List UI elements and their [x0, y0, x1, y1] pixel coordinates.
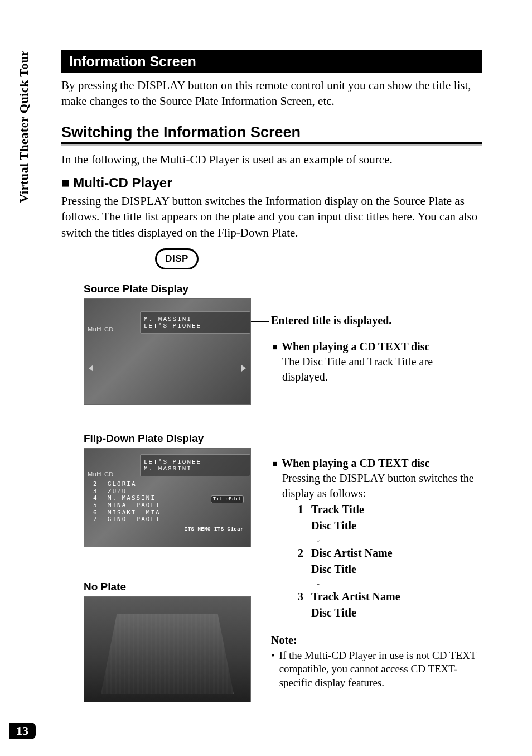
no-plate-screenshot: [84, 596, 251, 702]
cdtext-body: Pressing the DISPLAY button switches the…: [282, 471, 477, 501]
scr-titleedit-badge: TitleEdit: [211, 495, 244, 503]
disp-button-label: DISP: [165, 253, 188, 264]
item-number: 2: [296, 546, 303, 561]
left-arrow-icon: [89, 365, 93, 372]
note-body: If the Multi-CD Player in use is not CD …: [279, 649, 477, 690]
scr-source-label: Multi-CD: [88, 471, 114, 478]
scr-track-list: 2 GLORIA 3 ZUZU 4 M. MASSINI 5 MINA PAOL…: [93, 481, 161, 523]
bullet-dot-icon: •: [271, 649, 275, 690]
scr-line-2: LET'S PIONEE: [144, 322, 250, 329]
item-number: 3: [296, 589, 303, 604]
section-body: In the following, the Multi-CD Player is…: [61, 152, 482, 167]
scr-title-box: M. MASSINI LET'S PIONEE: [140, 311, 250, 334]
page-number: 13: [9, 723, 36, 739]
flip-down-row: LET'S PIONEE M. MASSINI Multi-CD 2 GLORI…: [61, 448, 482, 702]
scr-line-2: M. MASSINI: [144, 465, 250, 472]
item-line-1: Track Title: [311, 502, 364, 517]
scr-title-box: LET'S PIONEE M. MASSINI: [140, 454, 250, 476]
source-plate-row: M. MASSINI LET'S PIONEE Multi-CD Entered…: [61, 298, 482, 405]
page-title-bar: Information Screen: [61, 50, 482, 73]
multicd-body: Pressing the DISPLAY button switches the…: [61, 193, 482, 240]
cdtext-title: When playing a CD TEXT disc: [282, 457, 429, 469]
item-line-2: Disc Title: [311, 605, 356, 620]
cdtext-line: ■ When playing a CD TEXT disc: [271, 456, 477, 471]
list-item: 3 Track Artist Name: [296, 589, 477, 604]
flip-down-screenshot: LET'S PIONEE M. MASSINI Multi-CD 2 GLORI…: [84, 448, 251, 547]
flip-down-label: Flip-Down Plate Display: [84, 432, 482, 445]
page-title: Information Screen: [69, 54, 196, 69]
spacer: [296, 605, 303, 620]
intro-paragraph: By pressing the DISPLAY button on this r…: [61, 78, 482, 109]
scr-its-label: ITS MEMO ITS Clear: [185, 527, 244, 532]
source-plate-cdtext: ■ When playing a CD TEXT disc The Disc T…: [271, 339, 477, 384]
item-line-2: Disc Title: [311, 518, 356, 533]
scr-line-1: LET'S PIONEE: [144, 459, 250, 465]
right-arrow-icon: [241, 365, 246, 372]
note-bullet: • If the Multi-CD Player in use is not C…: [271, 649, 477, 690]
source-plate-screenshot: M. MASSINI LET'S PIONEE Multi-CD: [84, 298, 251, 405]
item-number: 1: [296, 502, 303, 517]
item-line-2: Disc Title: [311, 562, 356, 577]
list-item: 1 Track Title: [296, 502, 477, 517]
note-heading: Note:: [271, 633, 477, 648]
source-plate-label: Source Plate Display: [84, 283, 482, 295]
cdtext-line-1: ■ When playing a CD TEXT disc: [271, 339, 477, 354]
down-arrow-icon: ↓: [316, 533, 477, 545]
down-arrow-icon: ↓: [316, 577, 477, 588]
flip-down-image-col: LET'S PIONEE M. MASSINI Multi-CD 2 GLORI…: [84, 448, 251, 702]
item-line-1: Track Artist Name: [311, 589, 400, 604]
flip-down-cdtext: ■ When playing a CD TEXT disc Pressing t…: [271, 456, 477, 690]
multicd-heading-text: Multi-CD Player: [73, 175, 172, 190]
cdtext-body: The Disc Title and Track Title are displ…: [282, 354, 477, 384]
square-bullet-icon: ■: [61, 175, 73, 190]
section-tab: Virtual Theater Quick Tour: [17, 50, 31, 203]
scr-line-1: M. MASSINI: [144, 316, 250, 322]
flip-down-text-col: ■ When playing a CD TEXT disc Pressing t…: [271, 448, 482, 702]
cdtext-title: When playing a CD TEXT disc: [282, 340, 429, 353]
list-item: Disc Title: [296, 562, 477, 577]
callout-entered-title: Entered title is displayed.: [271, 314, 477, 327]
source-plate-image-col: M. MASSINI LET'S PIONEE Multi-CD: [84, 298, 251, 405]
disp-button-illustration: DISP: [155, 248, 199, 269]
no-plate-label: No Plate: [84, 581, 251, 593]
list-item: 2 Disc Artist Name: [296, 546, 477, 561]
multicd-heading: ■ Multi-CD Player: [61, 175, 482, 191]
manual-page: Virtual Theater Quick Tour 13 Informatio…: [0, 0, 532, 756]
square-bullet-icon: ■: [271, 458, 279, 469]
square-bullet-icon: ■: [271, 341, 279, 353]
section-heading: Switching the Information Screen: [61, 124, 482, 144]
item-line-1: Disc Artist Name: [311, 546, 393, 561]
hallway-graphic: [101, 614, 234, 694]
scr-source-label: Multi-CD: [88, 326, 114, 333]
spacer: [296, 518, 303, 533]
spacer: [296, 562, 303, 577]
list-item: Disc Title: [296, 518, 477, 533]
source-plate-text-col: Entered title is displayed. ■ When playi…: [271, 298, 482, 405]
list-item: Disc Title: [296, 605, 477, 620]
